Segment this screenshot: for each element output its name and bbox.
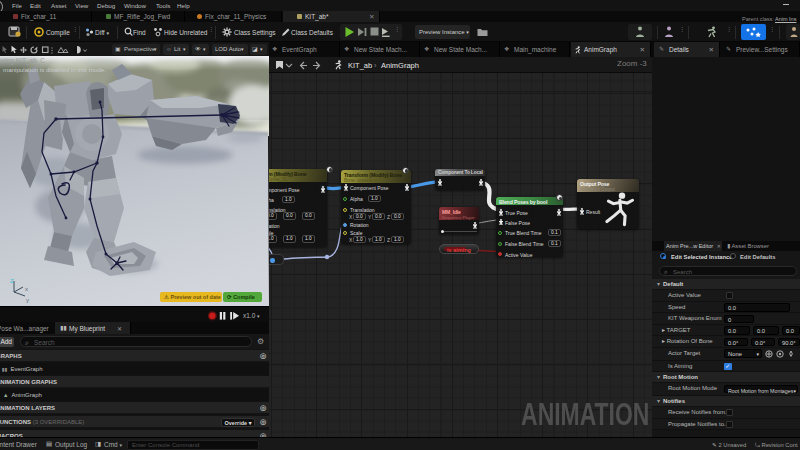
svg-text:⚠ Preview out of date: ⚠ Preview out of date [164,294,221,300]
svg-text:manipulation is disabled in th: manipulation is disabled in this mode. [3,66,106,73]
svg-text:⟳ Compile: ⟳ Compile [227,294,255,300]
svg-text:Z: Z [10,278,14,284]
svg-text:y: y [26,297,29,303]
svg-text:▾: ▾ [257,313,260,319]
svg-text:x: x [25,286,28,292]
svg-text:ewing KIT_ab_C: ewing KIT_ab_C [0,57,45,65]
svg-text:x1.0: x1.0 [243,312,256,319]
